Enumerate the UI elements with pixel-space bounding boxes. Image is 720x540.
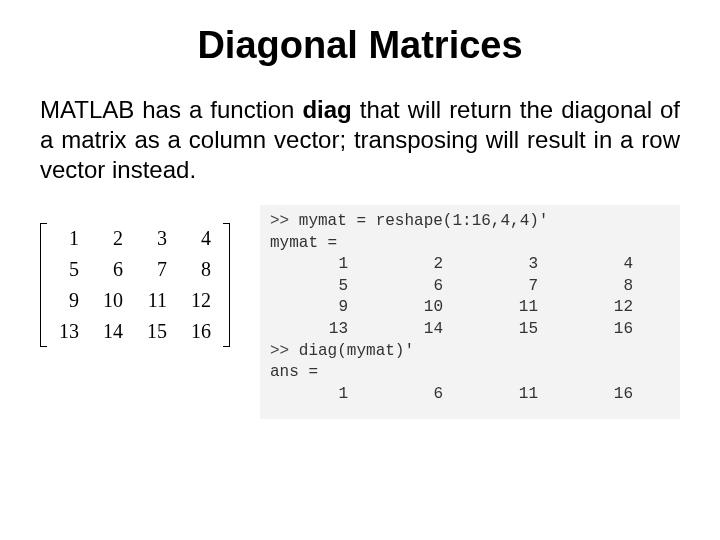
matrix-cell: 16 xyxy=(179,316,223,347)
table-row: 9 10 11 12 xyxy=(47,285,223,316)
console-line: >> diag(mymat)' xyxy=(270,341,670,363)
table-row: 5 6 7 8 xyxy=(47,254,223,285)
console-cell: 8 xyxy=(538,276,633,298)
console-cell: 11 xyxy=(443,297,538,319)
matrix-cell: 2 xyxy=(91,223,135,254)
content-row: 1 2 3 4 5 6 7 8 9 10 11 12 xyxy=(40,205,680,419)
matrix-cell: 3 xyxy=(135,223,179,254)
matrix-cell: 11 xyxy=(135,285,179,316)
console-row: 13141516 xyxy=(270,319,670,341)
bracket-right-icon xyxy=(223,223,230,347)
matrix-cell: 10 xyxy=(91,285,135,316)
console-cell: 11 xyxy=(443,384,538,406)
matrix-cell: 12 xyxy=(179,285,223,316)
console-cell: 6 xyxy=(348,384,443,406)
matrix-cell: 9 xyxy=(47,285,91,316)
matrix-cell: 7 xyxy=(135,254,179,285)
console-line: ans = xyxy=(270,362,670,384)
console-cmd: mymat = reshape(1:16,4,4)' xyxy=(299,212,549,230)
table-row: 1 2 3 4 xyxy=(47,223,223,254)
matrix-table: 1 2 3 4 5 6 7 8 9 10 11 12 xyxy=(47,223,223,347)
console-cell: 7 xyxy=(443,276,538,298)
matrix-display: 1 2 3 4 5 6 7 8 9 10 11 12 xyxy=(40,205,230,347)
matrix-cell: 1 xyxy=(47,223,91,254)
page-title: Diagonal Matrices xyxy=(40,24,680,67)
console-cell: 13 xyxy=(270,319,348,341)
console-cell: 12 xyxy=(538,297,633,319)
console-row: 161116 xyxy=(270,384,670,406)
body-paragraph: MATLAB has a function diag that will ret… xyxy=(40,95,680,185)
bracket-left-icon xyxy=(40,223,47,347)
slide: Diagonal Matrices MATLAB has a function … xyxy=(0,0,720,540)
console-cell: 2 xyxy=(348,254,443,276)
console-cell: 1 xyxy=(270,254,348,276)
console-cell: 16 xyxy=(538,319,633,341)
body-bold: diag xyxy=(302,96,351,123)
console-line: mymat = xyxy=(270,233,670,255)
matrix-cell: 14 xyxy=(91,316,135,347)
console-cell: 10 xyxy=(348,297,443,319)
matlab-console: >> mymat = reshape(1:16,4,4)' mymat = 12… xyxy=(260,205,680,419)
console-row: 5678 xyxy=(270,276,670,298)
matrix-cell: 8 xyxy=(179,254,223,285)
matrix-cell: 4 xyxy=(179,223,223,254)
console-line: >> mymat = reshape(1:16,4,4)' xyxy=(270,211,670,233)
table-row: 13 14 15 16 xyxy=(47,316,223,347)
prompt-icon: >> xyxy=(270,342,299,360)
console-cmd: diag(mymat)' xyxy=(299,342,414,360)
console-cell: 1 xyxy=(270,384,348,406)
console-cell: 14 xyxy=(348,319,443,341)
console-row: 1234 xyxy=(270,254,670,276)
matrix-cell: 13 xyxy=(47,316,91,347)
console-cell: 5 xyxy=(270,276,348,298)
console-row: 9101112 xyxy=(270,297,670,319)
console-cell: 15 xyxy=(443,319,538,341)
matrix-cell: 15 xyxy=(135,316,179,347)
console-cell: 9 xyxy=(270,297,348,319)
console-cell: 3 xyxy=(443,254,538,276)
console-cell: 4 xyxy=(538,254,633,276)
console-cell: 6 xyxy=(348,276,443,298)
matrix-cell: 5 xyxy=(47,254,91,285)
matrix-cell: 6 xyxy=(91,254,135,285)
body-part1: MATLAB has a function xyxy=(40,96,302,123)
console-cell: 16 xyxy=(538,384,633,406)
prompt-icon: >> xyxy=(270,212,299,230)
